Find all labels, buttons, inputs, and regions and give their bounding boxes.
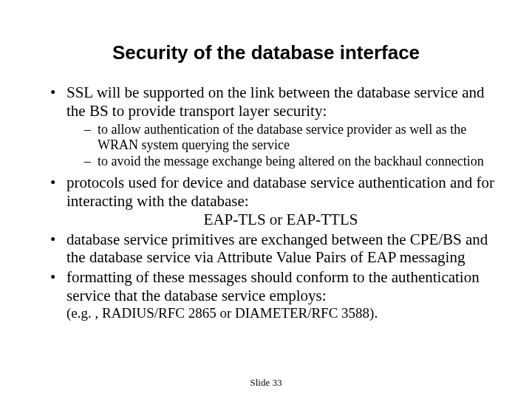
slide-title: Security of the database interface bbox=[37, 41, 495, 64]
bullet-centered-line: EAP-TLS or EAP-TTLS bbox=[66, 211, 495, 229]
bullet-item-2: protocols used for device and database s… bbox=[50, 174, 495, 228]
bullet-item-4: formatting of these messages should conf… bbox=[50, 268, 495, 321]
bullet-text: formatting of these messages should conf… bbox=[66, 268, 480, 304]
bullet-item-1: SSL will be supported on the link betwee… bbox=[50, 83, 495, 169]
sub-bullet-text: to avoid the message exchange being alte… bbox=[98, 154, 484, 168]
bullet-text: protocols used for device and database s… bbox=[66, 174, 494, 210]
sub-bullet-item-2: to avoid the message exchange being alte… bbox=[84, 154, 495, 169]
sub-bullet-text: to allow authentication of the database … bbox=[98, 122, 466, 152]
slide: Security of the database interface SSL w… bbox=[0, 0, 532, 399]
sub-bullet-item-1: to allow authentication of the database … bbox=[84, 122, 495, 153]
sub-bullet-list: to allow authentication of the database … bbox=[84, 122, 495, 170]
bullet-text: SSL will be supported on the link betwee… bbox=[66, 83, 484, 120]
bullet-trailing-note: (e.g. , RADIUS/RFC 2865 or DIAMETER/RFC … bbox=[66, 305, 495, 322]
slide-number: Slide 33 bbox=[0, 377, 532, 389]
bullet-item-3: database service primitives are exchange… bbox=[50, 231, 495, 267]
bullet-list: SSL will be supported on the link betwee… bbox=[37, 83, 495, 321]
bullet-text: database service primitives are exchange… bbox=[66, 231, 488, 267]
